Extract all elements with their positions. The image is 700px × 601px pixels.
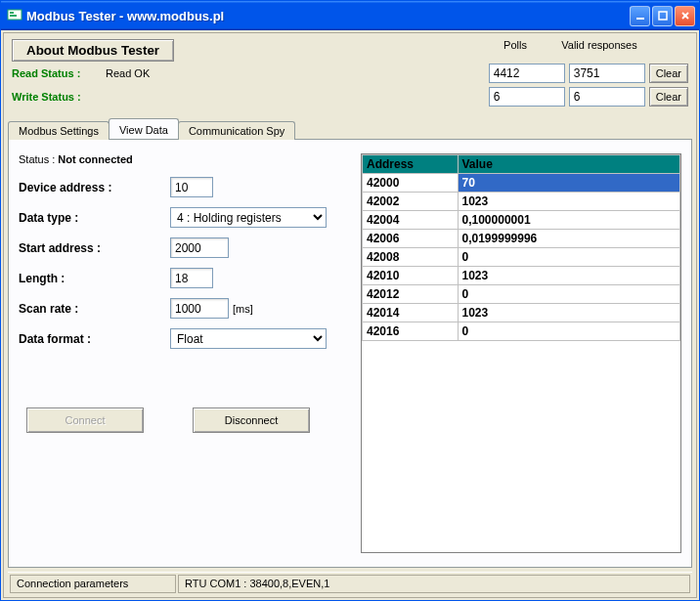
read-valid-field[interactable] <box>569 64 645 83</box>
top-section: About Modbus Tester Polls Valid response… <box>4 33 696 112</box>
cell-value[interactable]: 0 <box>458 248 680 267</box>
valid-responses-header: Valid responses <box>559 39 639 51</box>
table-row[interactable]: 4200070 <box>363 174 680 193</box>
titlebar: Modbus Tester - www.modbus.pl <box>1 1 699 30</box>
client-area: About Modbus Tester Polls Valid response… <box>3 32 697 598</box>
about-button[interactable]: About Modbus Tester <box>12 39 174 62</box>
scan-rate-unit: [ms] <box>233 303 253 315</box>
tab-panel: Status : Not connected Device address Da… <box>8 139 692 568</box>
tab-modbus-settings[interactable]: Modbus Settings <box>8 121 109 140</box>
cell-address[interactable]: 42014 <box>363 304 459 322</box>
cell-value[interactable]: 0,0199999996 <box>458 230 680 248</box>
write-clear-button[interactable]: Clear <box>649 87 688 107</box>
table-row[interactable]: 420040,100000001 <box>363 211 680 230</box>
svg-rect-2 <box>10 15 17 17</box>
settings-column: Status : Not connected Device address Da… <box>19 153 351 553</box>
write-valid-field[interactable] <box>569 87 645 107</box>
data-grid[interactable]: Address Value 4200070420021023420040,100… <box>361 153 681 553</box>
start-address-input[interactable] <box>170 237 229 258</box>
statusbar-value: RTU COM1 : 38400,8,EVEN,1 <box>178 575 690 593</box>
svg-rect-3 <box>636 18 644 20</box>
tab-strip: Modbus Settings View Data Communication … <box>8 118 692 139</box>
data-format-label: Data format <box>19 332 170 346</box>
read-clear-button[interactable]: Clear <box>649 64 688 83</box>
maximize-button[interactable] <box>652 6 673 26</box>
table-row[interactable]: 420060,0199999996 <box>363 230 680 248</box>
polls-header: Polls <box>475 39 555 51</box>
data-type-label: Data type <box>19 211 170 225</box>
close-button[interactable] <box>675 6 695 26</box>
cell-address[interactable]: 42016 <box>363 322 459 341</box>
statusbar-label: Connection parameters <box>10 575 176 593</box>
write-status-label: Write Status <box>12 91 100 103</box>
connection-status-label: Status : <box>19 153 55 165</box>
table-row[interactable]: 420141023 <box>363 304 680 322</box>
cell-value[interactable]: 1023 <box>458 193 680 211</box>
cell-address[interactable]: 42008 <box>363 248 459 267</box>
start-address-label: Start address <box>19 241 170 255</box>
cell-value[interactable]: 0 <box>458 285 680 304</box>
table-row[interactable]: 420101023 <box>363 267 680 285</box>
read-polls-field[interactable] <box>489 64 565 83</box>
status-bar: Connection parameters RTU COM1 : 38400,8… <box>8 572 692 595</box>
svg-rect-4 <box>659 12 667 20</box>
cell-value[interactable]: 0,100000001 <box>458 211 680 230</box>
read-status-value: Read OK <box>106 67 479 79</box>
cell-value[interactable]: 70 <box>458 174 680 193</box>
scan-rate-input[interactable] <box>170 298 229 319</box>
table-row[interactable]: 420080 <box>363 248 680 267</box>
minimize-button[interactable] <box>630 6 650 26</box>
grid-header-value[interactable]: Value <box>458 155 680 174</box>
device-address-input[interactable] <box>170 177 213 197</box>
cell-address[interactable]: 42000 <box>363 174 459 193</box>
cell-value[interactable]: 1023 <box>458 304 680 322</box>
grid-header-address[interactable]: Address <box>363 155 459 174</box>
data-format-select[interactable]: Float <box>170 328 327 349</box>
cell-address[interactable]: 42006 <box>363 230 459 248</box>
table-row[interactable]: 420160 <box>363 322 680 341</box>
app-window: Modbus Tester - www.modbus.pl About Modb… <box>0 0 700 601</box>
connect-button[interactable]: Connect <box>26 408 144 433</box>
disconnect-button[interactable]: Disconnect <box>193 408 310 433</box>
length-input[interactable] <box>170 268 213 288</box>
cell-value[interactable]: 1023 <box>458 267 680 285</box>
connection-status-value: Not connected <box>58 153 132 165</box>
svg-rect-1 <box>10 12 14 14</box>
window-title: Modbus Tester - www.modbus.pl <box>26 9 628 23</box>
table-row[interactable]: 420021023 <box>363 193 680 211</box>
table-row[interactable]: 420120 <box>363 285 680 304</box>
cell-value[interactable]: 0 <box>458 322 680 341</box>
connection-status: Status : Not connected <box>19 153 351 165</box>
app-icon <box>7 7 22 25</box>
cell-address[interactable]: 42004 <box>363 211 459 230</box>
scan-rate-label: Scan rate <box>19 302 170 316</box>
tab-view-data[interactable]: View Data <box>109 118 179 139</box>
cell-address[interactable]: 42010 <box>363 267 459 285</box>
cell-address[interactable]: 42012 <box>363 285 459 304</box>
device-address-label: Device address <box>19 181 170 194</box>
length-label: Length <box>19 272 170 285</box>
tab-communication-spy[interactable]: Communication Spy <box>178 121 295 140</box>
data-type-select[interactable]: 4 : Holding registers <box>170 207 327 228</box>
read-status-label: Read Status <box>12 67 100 79</box>
cell-address[interactable]: 42002 <box>363 193 459 211</box>
write-polls-field[interactable] <box>489 87 565 107</box>
counter-headers: Polls Valid responses <box>471 39 688 51</box>
